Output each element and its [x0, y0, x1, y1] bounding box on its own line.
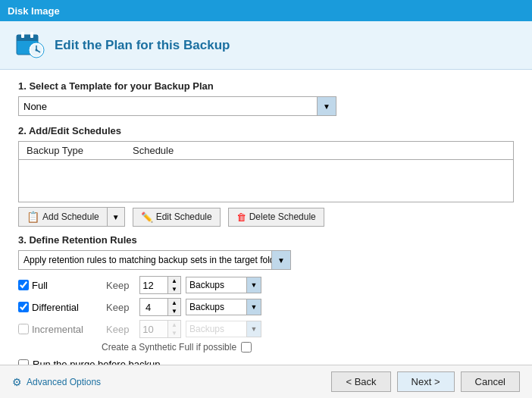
- dialog-header: Edit the Plan for this Backup: [0, 21, 532, 70]
- full-checkbox[interactable]: [18, 280, 29, 290]
- incremental-spinbox[interactable]: ▲ ▼: [139, 320, 181, 338]
- schedule-body: [19, 160, 513, 202]
- differential-checkbox[interactable]: [18, 302, 29, 312]
- edit-schedule-label: Edit Schedule: [156, 212, 212, 222]
- full-spin-down[interactable]: ▼: [168, 285, 180, 293]
- run-purge-checkbox[interactable]: [18, 359, 29, 365]
- full-keep-label: Keep: [106, 280, 135, 291]
- full-checkbox-label[interactable]: Full: [18, 280, 102, 291]
- advanced-options-icon: ⚙: [12, 376, 22, 388]
- full-spinbox[interactable]: ▲ ▼: [139, 276, 181, 294]
- svg-rect-3: [30, 32, 33, 38]
- col-schedule: Schedule: [125, 142, 181, 159]
- retention-dropdown-wrap[interactable]: Apply retention rules to matching backup…: [18, 250, 291, 270]
- svg-point-8: [36, 49, 38, 52]
- run-purge-label[interactable]: Run the purge before backup.: [18, 359, 163, 365]
- synthetic-row: Create a Synthetic Full if possible: [18, 342, 514, 353]
- incremental-checkbox-label[interactable]: Incremental: [18, 324, 102, 335]
- full-unit-wrap[interactable]: Backups ▼: [186, 277, 261, 293]
- differential-keep-label: Keep: [106, 302, 135, 313]
- window-title: Disk Image: [8, 5, 60, 17]
- add-schedule-btn-group[interactable]: 📋 Add Schedule ▼: [18, 207, 125, 227]
- delete-schedule-button[interactable]: 🗑 Delete Schedule: [228, 208, 324, 227]
- edit-schedule-icon: ✏️: [141, 212, 153, 223]
- svg-rect-1: [17, 35, 38, 41]
- incremental-type-label: Incremental: [32, 324, 83, 335]
- full-type-label: Full: [32, 280, 48, 291]
- template-select[interactable]: None: [18, 96, 336, 116]
- differential-unit-wrap[interactable]: Backups ▼: [186, 299, 261, 315]
- incremental-retention-row: Incremental Keep ▲ ▼ Backups ▼: [18, 320, 514, 338]
- footer-left: ⚙ Advanced Options: [12, 376, 101, 388]
- synthetic-label: Create a Synthetic Full if possible: [102, 342, 236, 353]
- header-icon: [15, 29, 45, 61]
- dialog-footer: ⚙ Advanced Options < Back Next > Cancel: [0, 365, 532, 398]
- edit-schedule-button[interactable]: ✏️ Edit Schedule: [133, 208, 221, 227]
- differential-spinbox[interactable]: ▲ ▼: [139, 298, 181, 316]
- add-schedule-icon: 📋: [27, 211, 39, 223]
- differential-spin-up[interactable]: ▲: [168, 299, 180, 307]
- col-backup-type: Backup Type: [19, 142, 125, 159]
- full-unit-select[interactable]: Backups: [186, 277, 261, 293]
- differential-retention-row: Differential Keep ▲ ▼ Backups ▼: [18, 298, 514, 316]
- add-schedule-button[interactable]: 📋 Add Schedule: [18, 207, 107, 227]
- run-purge-text: Run the purge before backup.: [33, 359, 163, 365]
- footer-right: < Back Next > Cancel: [331, 371, 520, 392]
- incremental-spin-down[interactable]: ▼: [168, 329, 180, 337]
- synthetic-checkbox[interactable]: [241, 342, 252, 353]
- delete-schedule-icon: 🗑: [236, 212, 246, 223]
- cancel-button[interactable]: Cancel: [461, 371, 520, 392]
- schedule-table-header: Backup Type Schedule: [19, 142, 513, 160]
- template-select-wrapper[interactable]: None ▼: [18, 96, 336, 116]
- add-schedule-label: Add Schedule: [42, 212, 99, 222]
- incremental-spin-up[interactable]: ▲: [168, 321, 180, 329]
- differential-type-label: Differential: [32, 302, 79, 313]
- schedule-actions: 📋 Add Schedule ▼ ✏️ Edit Schedule 🗑 Dele…: [18, 207, 514, 227]
- back-button[interactable]: < Back: [331, 371, 390, 392]
- header-title: Edit the Plan for this Backup: [55, 38, 230, 53]
- incremental-unit-wrap[interactable]: Backups ▼: [186, 321, 261, 337]
- full-spin-up[interactable]: ▲: [168, 277, 180, 285]
- differential-keep-input[interactable]: [140, 299, 167, 315]
- retention-dropdown[interactable]: Apply retention rules to matching backup…: [18, 250, 291, 270]
- next-button[interactable]: Next >: [397, 371, 455, 392]
- incremental-keep-input[interactable]: [140, 321, 167, 337]
- schedule-table: Backup Type Schedule: [18, 141, 514, 202]
- run-purge-row: Run the purge before backup.: [18, 359, 514, 365]
- differential-checkbox-label[interactable]: Differential: [18, 302, 102, 313]
- incremental-unit-select[interactable]: Backups: [186, 321, 261, 337]
- advanced-options-link[interactable]: Advanced Options: [27, 377, 101, 387]
- section1-label: 1. Select a Template for your Backup Pla…: [18, 80, 514, 92]
- title-bar: Disk Image: [0, 0, 532, 21]
- delete-schedule-label: Delete Schedule: [249, 212, 316, 222]
- add-schedule-dropdown-button[interactable]: ▼: [107, 207, 125, 227]
- incremental-checkbox[interactable]: [18, 324, 29, 334]
- svg-rect-2: [21, 32, 24, 38]
- differential-unit-select[interactable]: Backups: [186, 299, 261, 315]
- advanced-options-label: Advanced Options: [27, 377, 101, 387]
- section2-label: 2. Add/Edit Schedules: [18, 125, 514, 136]
- differential-spin-down[interactable]: ▼: [168, 307, 180, 315]
- incremental-keep-label: Keep: [106, 324, 135, 335]
- full-keep-input[interactable]: [140, 277, 167, 293]
- full-retention-row: Full Keep ▲ ▼ Backups ▼: [18, 276, 514, 294]
- section3-label: 3. Define Retention Rules: [18, 234, 514, 246]
